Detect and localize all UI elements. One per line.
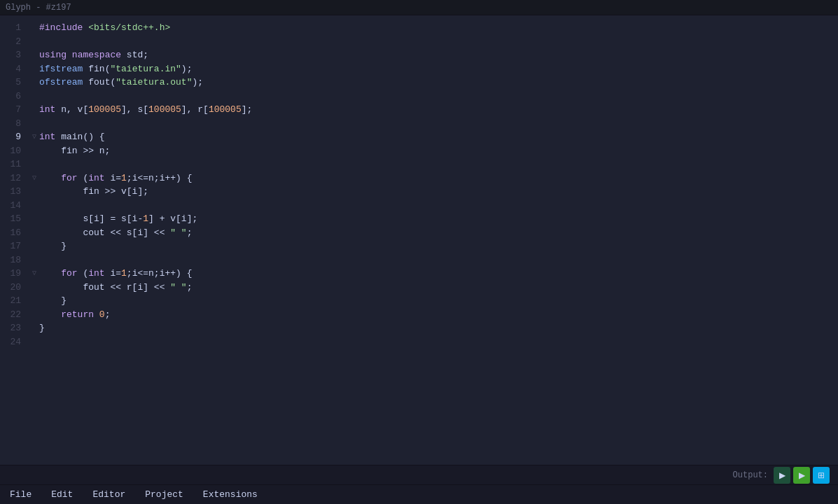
line-number-18: 18: [0, 253, 21, 267]
line-number-8: 8: [0, 117, 21, 131]
line-number-21: 21: [0, 294, 21, 308]
token: fout << r[i] <<: [39, 281, 170, 295]
line-number-15: 15: [0, 212, 21, 226]
code-line-24: [29, 335, 838, 349]
line-number-12: 12: [0, 172, 21, 186]
token: main() {: [55, 130, 104, 144]
line-number-9: 9: [0, 130, 21, 144]
token: int: [39, 130, 55, 144]
token: cout << s[i] <<: [39, 226, 170, 240]
code-line-21: }: [29, 294, 838, 308]
line-number-14: 14: [0, 199, 21, 213]
menu-bar: FileEditEditorProjectExtensions: [0, 484, 838, 504]
output-label: Output:: [733, 470, 768, 480]
menu-item-project[interactable]: Project: [141, 488, 188, 501]
line-number-3: 3: [0, 48, 21, 62]
token: fin >> n;: [39, 144, 110, 158]
title-text: Glyph - #z197: [6, 3, 71, 13]
token: ;: [105, 308, 111, 322]
token: s[i] = s[i-: [39, 212, 143, 226]
token: 100005: [209, 103, 242, 117]
token: );: [192, 76, 203, 90]
token: 100005: [148, 103, 181, 117]
code-container: 123456789101112131415161718192021222324 …: [0, 15, 838, 465]
token: [39, 267, 61, 281]
line-number-17: 17: [0, 239, 21, 253]
token: ifstream: [39, 62, 83, 76]
line-number-2: 2: [0, 35, 21, 49]
token: 1: [143, 212, 148, 226]
menu-item-file[interactable]: File: [6, 488, 36, 501]
line-number-23: 23: [0, 321, 21, 335]
code-line-20: fout << r[i] << " ";: [29, 281, 838, 295]
token: std;: [121, 48, 148, 62]
code-line-13: fin >> v[i];: [29, 185, 838, 199]
code-line-5: ofstream fout("taietura.out");: [29, 76, 838, 90]
status-bar: Output: ▶ ▶ ⊞: [0, 465, 838, 484]
fold-indicator-12[interactable]: ▽: [29, 173, 39, 183]
code-lines[interactable]: #include <bits/stdc++.h>using namespace …: [29, 21, 838, 459]
token: return: [61, 308, 94, 322]
code-line-18: [29, 253, 838, 267]
token: i=: [105, 267, 121, 281]
token: [39, 308, 61, 322]
token: ] + v[i];: [148, 212, 197, 226]
token: ;i<=n;i++) {: [127, 267, 193, 281]
token: [67, 48, 72, 62]
token: ;: [187, 226, 193, 240]
token: #include: [39, 21, 88, 35]
token: }: [39, 294, 67, 308]
token: "taietura.out": [116, 76, 192, 90]
line-numbers: 123456789101112131415161718192021222324: [0, 21, 29, 459]
token: }: [39, 239, 67, 253]
menu-item-editor[interactable]: Editor: [88, 488, 130, 501]
token: <bits/stdc++.h>: [88, 21, 170, 35]
line-number-11: 11: [0, 158, 21, 172]
token: [39, 172, 61, 186]
run-button[interactable]: ▶: [774, 467, 790, 484]
line-number-5: 5: [0, 76, 21, 90]
title-bar: Glyph - #z197: [0, 0, 838, 15]
code-line-2: [29, 35, 838, 49]
fold-indicator-9[interactable]: ▽: [29, 132, 39, 142]
code-line-9: ▽int main() {: [29, 130, 838, 144]
output-bar: Output: ▶ ▶ ⊞: [733, 467, 830, 484]
token: "taietura.in": [110, 62, 181, 76]
token: fin(: [83, 62, 110, 76]
token: fout(: [83, 76, 116, 90]
token: ;i<=n;i++) {: [127, 172, 193, 186]
token: ], s[: [121, 103, 148, 117]
menu-item-extensions[interactable]: Extensions: [199, 488, 262, 501]
fold-indicator-19[interactable]: ▽: [29, 268, 39, 279]
line-number-1: 1: [0, 21, 21, 35]
line-number-4: 4: [0, 62, 21, 76]
token: i=: [105, 172, 121, 186]
token: for: [61, 267, 77, 281]
token: " ": [170, 281, 186, 295]
token: int: [88, 267, 104, 281]
token: );: [181, 62, 193, 76]
code-line-22: return 0;: [29, 308, 838, 322]
code-line-11: [29, 158, 838, 172]
code-line-7: int n, v[100005], s[100005], r[100005];: [29, 103, 838, 117]
token: 1: [121, 267, 127, 281]
code-line-4: ifstream fin("taietura.in");: [29, 62, 838, 76]
code-line-16: cout << s[i] << " ";: [29, 226, 838, 240]
execute-button[interactable]: ▶: [793, 467, 810, 484]
line-number-22: 22: [0, 308, 21, 322]
code-line-15: s[i] = s[i-1] + v[i];: [29, 212, 838, 226]
token: [94, 308, 99, 322]
code-line-12: ▽ for (int i=1;i<=n;i++) {: [29, 172, 838, 186]
token: (: [78, 172, 89, 186]
token: ;: [187, 281, 193, 295]
terminal-button[interactable]: ⊞: [813, 467, 830, 484]
line-number-7: 7: [0, 103, 21, 117]
code-line-10: fin >> n;: [29, 144, 838, 158]
line-number-24: 24: [0, 335, 21, 349]
menu-item-edit[interactable]: Edit: [47, 488, 77, 501]
token: 100005: [88, 103, 121, 117]
token: using: [39, 48, 67, 62]
code-line-14: [29, 199, 838, 213]
line-number-19: 19: [0, 267, 21, 281]
token: n, v[: [55, 103, 88, 117]
